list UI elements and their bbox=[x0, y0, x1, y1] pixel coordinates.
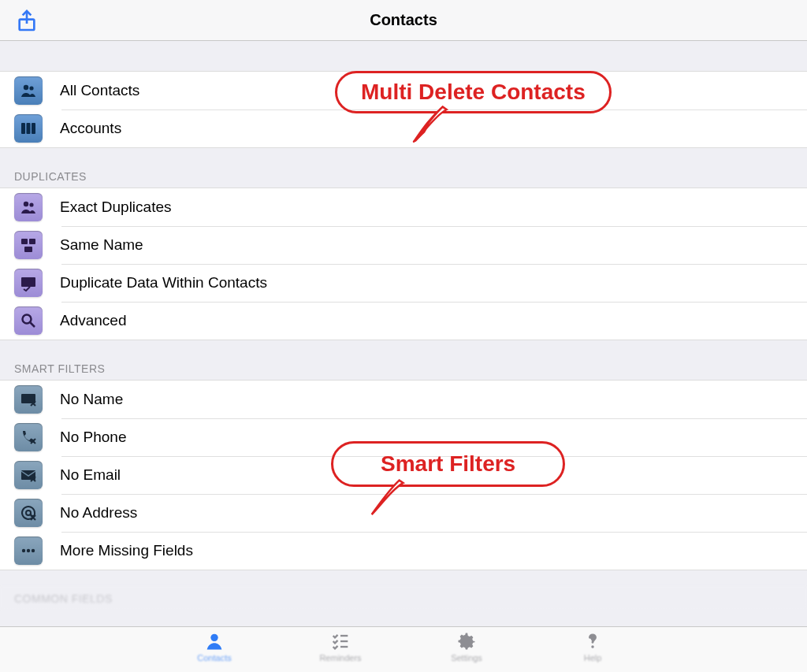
svg-point-12 bbox=[23, 315, 32, 324]
share-icon bbox=[14, 8, 39, 33]
section-spacer bbox=[0, 570, 807, 586]
tab-label: Contacts bbox=[197, 653, 231, 663]
mail-x-icon bbox=[14, 461, 43, 489]
tab-contacts[interactable]: Contacts bbox=[187, 630, 242, 672]
phone-x-icon bbox=[14, 423, 43, 451]
row-label: Duplicate Data Within Contacts bbox=[60, 274, 267, 291]
gear-icon bbox=[456, 630, 478, 652]
row-label: All Contacts bbox=[60, 82, 139, 99]
row-label: No Phone bbox=[60, 429, 127, 446]
svg-point-19 bbox=[210, 634, 218, 641]
at-x-icon bbox=[14, 499, 43, 527]
row-label: No Email bbox=[60, 466, 121, 484]
svg-rect-8 bbox=[21, 239, 28, 244]
svg-rect-10 bbox=[24, 247, 32, 252]
svg-rect-9 bbox=[29, 239, 35, 244]
svg-rect-11 bbox=[21, 277, 35, 287]
checklist-icon bbox=[329, 630, 351, 652]
row-same-name[interactable]: Same Name bbox=[0, 226, 807, 264]
row-label: Exact Duplicates bbox=[60, 199, 172, 216]
svg-point-2 bbox=[29, 86, 33, 90]
row-exact-duplicates[interactable]: Exact Duplicates bbox=[0, 188, 807, 226]
row-no-name[interactable]: No Name bbox=[0, 381, 807, 418]
section-spacer bbox=[0, 340, 807, 356]
callout-tail-icon bbox=[363, 479, 410, 518]
row-more-missing[interactable]: More Missing Fields bbox=[0, 532, 807, 570]
card-check-icon bbox=[14, 269, 43, 297]
duplicates-list: Exact Duplicates Same Name Duplicate Dat… bbox=[0, 187, 807, 340]
tab-label: Settings bbox=[451, 653, 482, 663]
tab-label: Help bbox=[584, 653, 602, 663]
tab-settings[interactable]: Settings bbox=[439, 630, 494, 672]
section-header-smart-filters: SMART FILTERS bbox=[0, 356, 807, 380]
row-label: No Name bbox=[60, 391, 123, 408]
svg-point-7 bbox=[29, 202, 33, 206]
more-icon bbox=[14, 536, 43, 565]
section-spacer bbox=[0, 148, 807, 164]
svg-rect-3 bbox=[21, 123, 25, 134]
row-duplicate-data[interactable]: Duplicate Data Within Contacts bbox=[0, 264, 807, 302]
people-icon bbox=[14, 193, 43, 221]
row-advanced[interactable]: Advanced bbox=[0, 302, 807, 340]
people-icon bbox=[14, 76, 43, 105]
callout-multi-delete: Multi Delete Contacts bbox=[335, 71, 612, 113]
tabbar: Contacts Reminders Settings Help bbox=[0, 626, 807, 672]
svg-rect-13 bbox=[21, 394, 35, 403]
page-title: Contacts bbox=[0, 11, 807, 29]
cards-icon bbox=[14, 231, 43, 259]
svg-point-20 bbox=[591, 645, 594, 648]
row-label: More Missing Fields bbox=[60, 542, 193, 559]
callout-text: Multi Delete Contacts bbox=[335, 71, 612, 113]
svg-rect-4 bbox=[27, 123, 31, 134]
row-label: Accounts bbox=[60, 120, 121, 137]
navbar: Contacts bbox=[0, 0, 807, 41]
svg-point-6 bbox=[24, 202, 28, 206]
accounts-icon bbox=[14, 114, 43, 143]
tab-label: Reminders bbox=[319, 653, 361, 663]
tab-help[interactable]: Help bbox=[565, 630, 620, 672]
svg-point-18 bbox=[32, 549, 35, 552]
person-icon bbox=[203, 630, 225, 652]
share-button[interactable] bbox=[14, 8, 39, 33]
search-icon bbox=[14, 306, 43, 335]
row-label: No Address bbox=[60, 504, 137, 522]
section-header-duplicates: DUPLICATES bbox=[0, 164, 807, 187]
svg-point-16 bbox=[22, 549, 25, 552]
svg-rect-5 bbox=[32, 123, 35, 134]
tab-reminders[interactable]: Reminders bbox=[313, 630, 368, 672]
callout-tail-icon bbox=[406, 106, 453, 145]
question-icon bbox=[582, 630, 604, 652]
callout-smart-filters: Smart Filters bbox=[331, 441, 565, 487]
row-label: Advanced bbox=[60, 312, 127, 329]
svg-point-1 bbox=[24, 85, 28, 90]
section-header-next: COMMON FIELDS bbox=[0, 586, 807, 610]
row-accounts[interactable]: Accounts bbox=[0, 110, 807, 147]
svg-point-17 bbox=[27, 549, 30, 552]
row-label: Same Name bbox=[60, 236, 143, 254]
section-spacer bbox=[0, 41, 807, 71]
card-x-icon bbox=[14, 385, 43, 414]
